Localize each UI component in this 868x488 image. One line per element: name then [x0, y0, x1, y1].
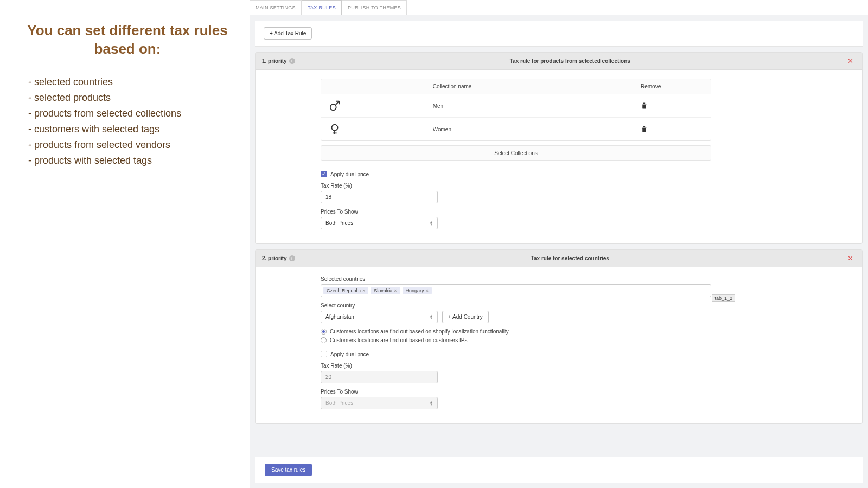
rule-title: Tax rule for products from selected coll…: [295, 58, 845, 64]
rule-header: 2. priority i Tax rule for selected coun…: [256, 250, 862, 267]
left-title: You can set different tax rules based on…: [16, 22, 239, 59]
select-country-label: Select country: [321, 303, 438, 309]
info-icon[interactable]: i: [289, 58, 295, 64]
add-country-button[interactable]: + Add Country: [442, 311, 489, 323]
left-item: products from selected collections: [28, 106, 239, 121]
col-remove-header: Remove: [641, 84, 703, 89]
tab-publish[interactable]: PUBLISH TO THEMES: [342, 0, 407, 15]
svg-point-0: [330, 104, 336, 110]
prices-select[interactable]: Both Prices ▲▼: [321, 217, 438, 229]
tax-rate-input[interactable]: [321, 191, 438, 203]
table-row: Men: [321, 94, 711, 118]
svg-rect-5: [642, 104, 647, 104]
left-panel: You can set different tax rules based on…: [0, 0, 250, 488]
col-name-header: Collection name: [433, 84, 641, 89]
svg-rect-4: [642, 104, 646, 108]
tag-remove-icon[interactable]: ×: [362, 288, 365, 293]
tax-rate-label: Tax Rate (%): [321, 363, 853, 369]
rule-header: 1. priority i Tax rule for products from…: [256, 53, 862, 70]
selected-countries-label: Selected countries: [321, 276, 853, 282]
priority-label: 2. priority: [262, 255, 287, 261]
tax-rate-label: Tax Rate (%): [321, 183, 853, 189]
info-icon[interactable]: i: [289, 255, 295, 261]
prices-select[interactable]: Both Prices ▲▼: [321, 397, 438, 409]
tax-rate-input[interactable]: [321, 371, 438, 383]
toolbar: + Add Tax Rule: [255, 21, 863, 47]
footer: Save tax rules: [255, 457, 863, 483]
right-panel: MAIN SETTINGS TAX RULES PUBLISH TO THEME…: [250, 0, 868, 488]
prices-label: Prices To Show: [321, 209, 853, 215]
left-item: products with selected tags: [28, 153, 239, 168]
add-tax-rule-button[interactable]: + Add Tax Rule: [264, 27, 312, 40]
row-name: Men: [433, 103, 641, 109]
radio-label: Customers locations are find out based o…: [330, 337, 467, 343]
svg-rect-12: [643, 126, 645, 127]
country-tag: Czech Republic×: [323, 287, 368, 294]
apply-dual-label: Apply dual price: [330, 351, 369, 357]
trash-icon[interactable]: [641, 125, 703, 133]
tab-tax-rules[interactable]: TAX RULES: [302, 0, 342, 15]
male-icon: [329, 100, 433, 112]
left-item: selected products: [28, 91, 239, 105]
save-tax-rules-button[interactable]: Save tax rules: [265, 464, 312, 476]
tabs: MAIN SETTINGS TAX RULES PUBLISH TO THEME…: [250, 0, 868, 15]
close-icon[interactable]: ✕: [845, 57, 856, 65]
close-icon[interactable]: ✕: [845, 254, 856, 262]
select-collections-button[interactable]: Select Collections: [321, 145, 711, 161]
prices-label: Prices To Show: [321, 389, 853, 395]
tag-remove-icon[interactable]: ×: [394, 288, 397, 293]
content: 1. priority i Tax rule for products from…: [250, 47, 868, 457]
svg-line-1: [336, 101, 339, 105]
left-item: products from selected vendors: [28, 138, 239, 152]
svg-rect-6: [643, 102, 645, 104]
country-tag: Slovakia×: [371, 287, 400, 294]
trash-icon[interactable]: [641, 102, 703, 110]
country-select[interactable]: Afghanistan ▲▼: [321, 311, 438, 323]
tag-remove-icon[interactable]: ×: [426, 288, 429, 293]
rule-card-2: 2. priority i Tax rule for selected coun…: [255, 249, 863, 424]
apply-dual-price-checkbox[interactable]: [321, 171, 327, 177]
chevron-icon: ▲▼: [430, 401, 433, 406]
left-list: selected countries selected products pro…: [16, 75, 239, 168]
row-name: Women: [433, 126, 641, 132]
apply-dual-label: Apply dual price: [330, 171, 369, 177]
chevron-icon: ▲▼: [430, 314, 433, 320]
rule-title: Tax rule for selected countries: [295, 255, 845, 261]
rule-card-1: 1. priority i Tax rule for products from…: [255, 52, 863, 244]
left-item: customers with selected tags: [28, 122, 239, 137]
tab-main-settings[interactable]: MAIN SETTINGS: [250, 0, 302, 15]
collections-table: Collection name Remove Men: [321, 79, 711, 141]
selected-countries-box[interactable]: Czech Republic× Slovakia× Hungary× tab_1…: [321, 284, 711, 297]
country-tag: Hungary×: [403, 287, 432, 294]
svg-rect-11: [642, 127, 647, 127]
left-item: selected countries: [28, 75, 239, 89]
chevron-icon: ▲▼: [430, 221, 433, 226]
apply-dual-price-checkbox[interactable]: [321, 351, 327, 357]
priority-label: 1. priority: [262, 58, 287, 64]
location-ip-radio[interactable]: [321, 337, 327, 343]
svg-point-7: [332, 125, 338, 131]
svg-rect-10: [642, 127, 646, 132]
location-shopify-radio[interactable]: [321, 329, 327, 335]
radio-label: Customers locations are find out based o…: [330, 329, 509, 335]
female-icon: [329, 123, 433, 135]
table-row: Women: [321, 118, 711, 140]
tooltip: tab_1_2: [712, 294, 735, 302]
